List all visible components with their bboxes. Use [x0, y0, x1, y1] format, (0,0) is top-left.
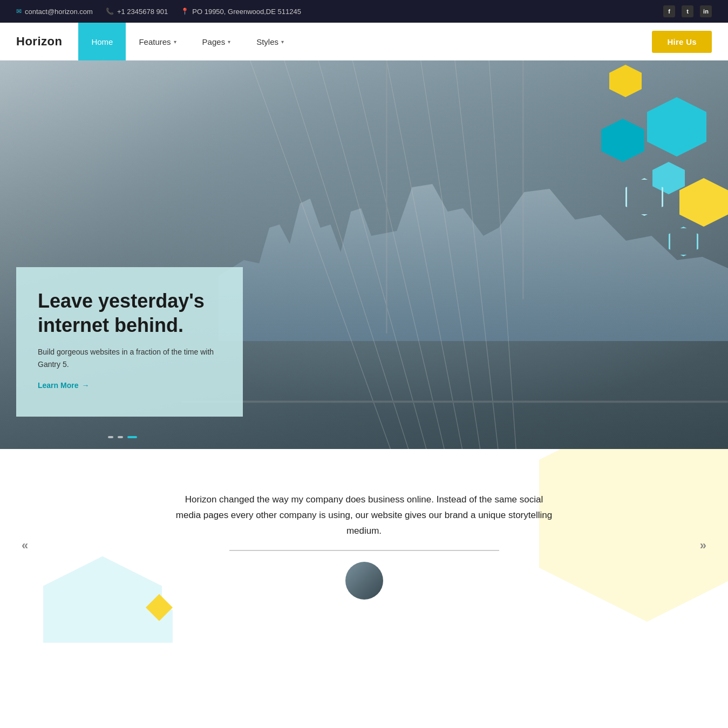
- learn-more-text: Learn More: [38, 381, 78, 390]
- testimonial-inner: Horizon changed the way my company does …: [175, 492, 553, 600]
- facebook-icon[interactable]: f: [663, 5, 675, 17]
- svg-line-2: [387, 60, 482, 449]
- svg-line-7: [250, 60, 428, 449]
- svg-line-6: [284, 60, 441, 449]
- hex-decorations: [577, 86, 728, 291]
- hero-content-box: Leave yesterday's internet behind. Build…: [16, 267, 243, 417]
- svg-line-4: [455, 60, 509, 449]
- bg-hex-teal-small: [108, 594, 173, 643]
- testimonial-section: « Horizon changed the way my company doe…: [0, 449, 728, 643]
- phone-item: 📞 +1 2345678 901: [106, 8, 168, 16]
- hex-outline-2: [669, 227, 698, 256]
- svg-line-5: [489, 60, 523, 449]
- social-links: f t in: [663, 5, 712, 17]
- bg-diamond: [146, 594, 173, 621]
- nav-item-home[interactable]: Home: [78, 23, 126, 60]
- phone-text: +1 2345678 901: [117, 8, 168, 16]
- nav-label-home: Home: [91, 37, 113, 46]
- email-item: ✉ contact@horizon.com: [16, 8, 93, 16]
- avatar: [345, 562, 383, 600]
- hero-section: Leave yesterday's internet behind. Build…: [0, 60, 728, 449]
- dot-1[interactable]: [108, 436, 113, 438]
- email-icon: ✉: [16, 8, 22, 15]
- nav-label-features: Features: [139, 37, 171, 46]
- hero-subtext: Build gorgeous websites in a fraction of…: [38, 346, 221, 370]
- dot-2[interactable]: [118, 436, 123, 438]
- hex-yellow-small: [679, 178, 728, 227]
- testimonial-divider: [229, 550, 499, 551]
- testimonial-text: Horizon changed the way my company does …: [175, 492, 553, 539]
- twitter-icon[interactable]: t: [682, 5, 693, 17]
- hire-us-button[interactable]: Hire Us: [652, 31, 712, 53]
- navbar: Horizon Home Features ▾ Pages ▾ Styles ▾…: [0, 23, 728, 60]
- address-item: 📍 PO 19950, Greenwood,DE 511245: [181, 8, 301, 16]
- nav-links: Home Features ▾ Pages ▾ Styles ▾: [78, 23, 636, 60]
- hex-teal-medium: [601, 119, 644, 162]
- nav-label-pages: Pages: [202, 37, 226, 46]
- testimonial-next-button[interactable]: »: [695, 533, 712, 558]
- logo[interactable]: Horizon: [0, 23, 78, 60]
- dot-3[interactable]: [127, 436, 137, 438]
- location-icon: 📍: [181, 8, 189, 15]
- top-bar-left: ✉ contact@horizon.com 📞 +1 2345678 901 📍…: [16, 8, 301, 16]
- chevron-down-icon: ▾: [174, 39, 176, 45]
- top-bar: ✉ contact@horizon.com 📞 +1 2345678 901 📍…: [0, 0, 728, 23]
- learn-more-link[interactable]: Learn More →: [38, 381, 221, 390]
- bg-hex-blue-left: [43, 556, 162, 643]
- address-text: PO 19950, Greenwood,DE 511245: [192, 8, 301, 16]
- phone-icon: 📞: [106, 8, 114, 15]
- nav-label-styles: Styles: [256, 37, 278, 46]
- slider-dots: [108, 436, 137, 438]
- testimonial-prev-button[interactable]: «: [16, 533, 33, 558]
- chevron-down-icon: ▾: [281, 39, 284, 45]
- nav-item-features[interactable]: Features ▾: [126, 23, 189, 60]
- hex-teal-large: [647, 97, 706, 157]
- linkedin-icon[interactable]: in: [700, 5, 712, 17]
- nav-right: Hire Us: [636, 23, 728, 60]
- email-text: contact@horizon.com: [25, 8, 93, 16]
- nav-item-styles[interactable]: Styles ▾: [243, 23, 297, 60]
- arrow-icon: →: [81, 381, 89, 390]
- chevron-down-icon: ▾: [228, 39, 230, 45]
- nav-item-pages[interactable]: Pages ▾: [189, 23, 244, 60]
- svg-line-3: [421, 60, 496, 449]
- hero-heading: Leave yesterday's internet behind.: [38, 289, 221, 337]
